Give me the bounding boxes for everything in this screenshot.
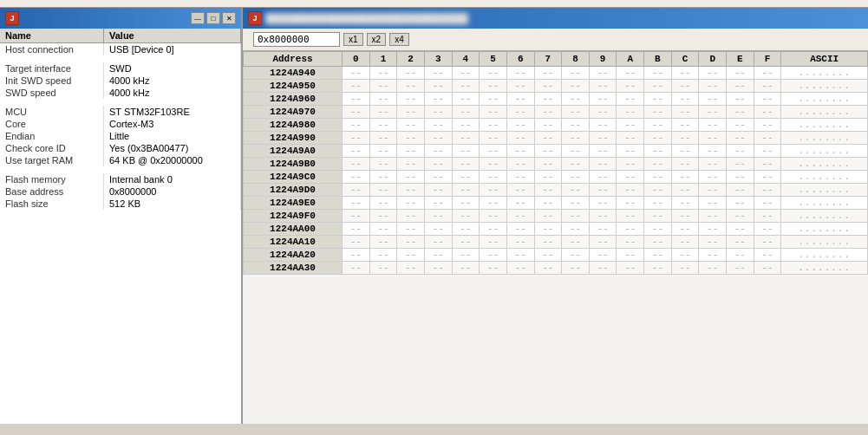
memory-cell[interactable]: --: [617, 210, 644, 223]
memory-cell[interactable]: --: [480, 249, 507, 262]
memory-cell[interactable]: --: [506, 236, 534, 249]
memory-cell[interactable]: --: [534, 106, 562, 119]
memory-cell[interactable]: --: [452, 171, 480, 184]
memory-cell[interactable]: --: [671, 223, 699, 236]
memory-cell[interactable]: --: [754, 236, 781, 249]
memory-cell[interactable]: --: [534, 132, 562, 145]
memory-cell[interactable]: --: [506, 249, 534, 262]
memory-cell[interactable]: --: [644, 132, 672, 145]
memory-cell[interactable]: --: [424, 106, 452, 119]
memory-cell[interactable]: --: [617, 171, 644, 184]
memory-cell[interactable]: --: [727, 236, 754, 249]
memory-cell[interactable]: --: [424, 132, 452, 145]
memory-cell[interactable]: --: [562, 262, 590, 275]
memory-cell[interactable]: --: [727, 67, 754, 80]
memory-cell[interactable]: --: [562, 93, 590, 106]
memory-cell[interactable]: --: [699, 197, 727, 210]
memory-cell[interactable]: --: [424, 210, 452, 223]
memory-cell[interactable]: --: [699, 210, 727, 223]
memory-cell[interactable]: --: [589, 132, 617, 145]
memory-cell[interactable]: --: [534, 262, 562, 275]
memory-cell[interactable]: --: [754, 93, 781, 106]
memory-cell[interactable]: --: [506, 184, 534, 197]
memory-cell[interactable]: --: [369, 132, 397, 145]
memory-cell[interactable]: --: [534, 236, 562, 249]
memory-cell[interactable]: --: [699, 67, 727, 80]
memory-cell[interactable]: --: [452, 249, 480, 262]
memory-cell[interactable]: --: [452, 223, 480, 236]
minimize-button[interactable]: —: [191, 12, 205, 24]
memory-cell[interactable]: --: [644, 119, 672, 132]
memory-cell[interactable]: --: [589, 184, 617, 197]
memory-cell[interactable]: --: [452, 236, 480, 249]
memory-cell[interactable]: --: [480, 119, 507, 132]
memory-cell[interactable]: --: [562, 223, 590, 236]
memory-cell[interactable]: --: [671, 171, 699, 184]
memory-cell[interactable]: --: [452, 119, 480, 132]
memory-cell[interactable]: --: [506, 262, 534, 275]
memory-cell[interactable]: --: [754, 67, 781, 80]
memory-cell[interactable]: --: [343, 132, 370, 145]
memory-cell[interactable]: --: [369, 119, 397, 132]
memory-cell[interactable]: --: [534, 93, 562, 106]
memory-cell[interactable]: --: [397, 158, 425, 171]
memory-cell[interactable]: --: [671, 93, 699, 106]
memory-cell[interactable]: --: [343, 184, 370, 197]
menu-view[interactable]: [28, 2, 38, 5]
memory-cell[interactable]: --: [534, 184, 562, 197]
memory-cell[interactable]: --: [480, 210, 507, 223]
memory-cell[interactable]: --: [562, 119, 590, 132]
memory-cell[interactable]: --: [589, 93, 617, 106]
memory-cell[interactable]: --: [480, 171, 507, 184]
menu-options[interactable]: [52, 2, 62, 5]
memory-cell[interactable]: --: [424, 119, 452, 132]
memory-cell[interactable]: --: [589, 106, 617, 119]
memory-cell[interactable]: --: [617, 93, 644, 106]
memory-cell[interactable]: --: [562, 67, 590, 80]
memory-cell[interactable]: --: [727, 119, 754, 132]
memory-cell[interactable]: --: [644, 171, 672, 184]
memory-cell[interactable]: --: [506, 67, 534, 80]
memory-cell[interactable]: --: [617, 132, 644, 145]
memory-cell[interactable]: --: [754, 132, 781, 145]
memory-cell[interactable]: --: [562, 80, 590, 93]
memory-cell[interactable]: --: [562, 184, 590, 197]
memory-cell[interactable]: --: [480, 236, 507, 249]
memory-cell[interactable]: --: [343, 236, 370, 249]
memory-cell[interactable]: --: [369, 93, 397, 106]
memory-cell[interactable]: --: [754, 158, 781, 171]
memory-cell[interactable]: --: [506, 210, 534, 223]
memory-cell[interactable]: --: [480, 262, 507, 275]
memory-cell[interactable]: --: [644, 197, 672, 210]
memory-cell[interactable]: --: [369, 236, 397, 249]
memory-cell[interactable]: --: [397, 145, 425, 158]
memory-cell[interactable]: --: [562, 132, 590, 145]
memory-cell[interactable]: --: [343, 223, 370, 236]
memory-cell[interactable]: --: [506, 119, 534, 132]
memory-cell[interactable]: --: [617, 249, 644, 262]
memory-cell[interactable]: --: [644, 249, 672, 262]
memory-cell[interactable]: --: [671, 249, 699, 262]
memory-cell[interactable]: --: [644, 158, 672, 171]
memory-cell[interactable]: --: [727, 145, 754, 158]
memory-cell[interactable]: --: [480, 67, 507, 80]
memory-cell[interactable]: --: [397, 262, 425, 275]
memory-cell[interactable]: --: [452, 93, 480, 106]
memory-cell[interactable]: --: [343, 210, 370, 223]
memory-cell[interactable]: --: [671, 67, 699, 80]
memory-cell[interactable]: --: [727, 210, 754, 223]
memory-cell[interactable]: --: [480, 158, 507, 171]
memory-cell[interactable]: --: [452, 106, 480, 119]
memory-cell[interactable]: --: [506, 132, 534, 145]
memory-cell[interactable]: --: [369, 106, 397, 119]
memory-cell[interactable]: --: [671, 262, 699, 275]
memory-cell[interactable]: --: [397, 197, 425, 210]
memory-cell[interactable]: --: [644, 236, 672, 249]
memory-cell[interactable]: --: [727, 106, 754, 119]
memory-cell[interactable]: --: [699, 119, 727, 132]
memory-cell[interactable]: --: [671, 145, 699, 158]
memory-cell[interactable]: --: [424, 262, 452, 275]
memory-cell[interactable]: --: [562, 236, 590, 249]
memory-cell[interactable]: --: [534, 80, 562, 93]
memory-cell[interactable]: --: [699, 171, 727, 184]
